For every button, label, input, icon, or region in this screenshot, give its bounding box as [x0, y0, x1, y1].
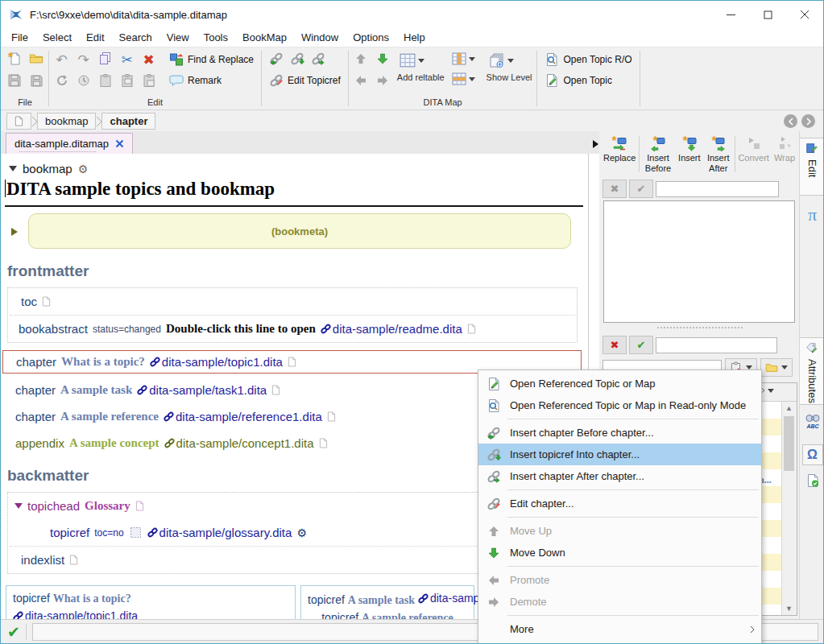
tab-spell-checker[interactable]: ABC — [800, 410, 824, 437]
replace-button[interactable]: Replace — [601, 133, 638, 175]
insert-topicref-after-button[interactable] — [311, 52, 325, 68]
tab-special-characters[interactable]: π — [800, 200, 824, 229]
paste-before-button[interactable] — [120, 73, 135, 91]
menu-item-insert-after[interactable]: Insert chapter After chapter... — [478, 465, 761, 487]
menu-item-demote[interactable]: Demote — [478, 591, 761, 613]
paste-after-button[interactable] — [142, 73, 156, 91]
open-document-button[interactable] — [29, 52, 43, 69]
insert-before-button[interactable]: Insert Before — [640, 133, 676, 175]
nav-back-button[interactable] — [784, 114, 797, 128]
paste-button[interactable] — [98, 73, 113, 91]
new-document-button[interactable] — [7, 52, 22, 69]
element-list-box[interactable] — [603, 200, 795, 323]
save-button[interactable] — [7, 73, 22, 91]
save-as-button[interactable] — [29, 73, 43, 91]
chapter-href[interactable]: dita-sample/task1.dita — [137, 383, 267, 397]
breadcrumb-chapter[interactable]: chapter — [101, 113, 155, 130]
find-replace-button[interactable]: Find & Replace — [165, 50, 258, 69]
scroll-down-icon[interactable]: ▼ — [785, 605, 793, 613]
tab-close-icon[interactable] — [115, 139, 124, 148]
confirm-edit-button[interactable]: ✔ — [629, 180, 653, 198]
wrap-button[interactable]: Wrap — [772, 133, 797, 175]
gear-icon[interactable]: ⚙ — [78, 163, 89, 175]
document-title[interactable]: DITA sample topics and bookmap — [5, 179, 583, 207]
delete-button[interactable]: ✖ — [143, 53, 154, 67]
open-topic-ro-button[interactable]: Open Topic R/O — [540, 50, 636, 69]
close-button[interactable] — [786, 1, 823, 28]
history-button[interactable] — [77, 74, 90, 90]
minimize-button[interactable] — [712, 1, 749, 28]
show-level-button[interactable] — [487, 49, 532, 72]
topicref-href[interactable]: dita-sample/topic1.dita — [13, 609, 138, 619]
scrollbar-thumb[interactable] — [784, 416, 794, 471]
tab-validate[interactable] — [800, 469, 824, 495]
collapse-triangle-icon[interactable] — [14, 503, 23, 509]
cancel-edit-button[interactable]: ✖ — [602, 180, 627, 198]
cut-button[interactable]: ✂ — [121, 53, 132, 67]
menu-item-insert-before[interactable]: Insert chapter Before chapter... — [478, 422, 761, 444]
tab-dita-sample[interactable]: dita-sample.ditamap — [6, 133, 133, 154]
tab-characters-omega[interactable]: Ω — [800, 440, 824, 466]
menu-file[interactable]: File — [4, 29, 35, 46]
menu-bookmap[interactable]: BookMap — [235, 29, 294, 46]
menu-options[interactable]: Options — [346, 29, 396, 46]
panel-collapse-arrow[interactable] — [593, 140, 598, 148]
copy-button[interactable] — [98, 52, 113, 69]
nav-forward-button[interactable] — [801, 114, 815, 128]
element-name-field[interactable] — [656, 181, 779, 197]
insert-row-button[interactable] — [449, 69, 478, 89]
insert-after-button[interactable]: Insert After — [703, 133, 734, 175]
reltable-cell[interactable]: topicref A sample task dita-sample/task1… — [300, 585, 474, 619]
convert-button[interactable]: Convert — [735, 133, 772, 175]
insert-topicref-into-button[interactable] — [290, 52, 304, 68]
menu-window[interactable]: Window — [294, 29, 346, 46]
menu-item-move-down[interactable]: Move Down — [478, 542, 761, 564]
edit-topicref-button[interactable]: Edit Topicref — [265, 71, 345, 90]
insert-button[interactable]: Insert — [676, 133, 703, 175]
toc-row[interactable]: toc — [8, 288, 577, 315]
move-up-button[interactable] — [354, 52, 367, 68]
attribute-delete-button[interactable]: ✖ — [602, 336, 627, 354]
attributes-scrollbar[interactable]: ▲ ▼ — [781, 402, 797, 615]
undo-button[interactable]: ↶ — [56, 53, 67, 67]
demote-button[interactable] — [376, 74, 389, 90]
remark-button[interactable]: Remark — [165, 71, 258, 90]
menu-search[interactable]: Search — [112, 29, 159, 46]
attribute-name-field[interactable] — [656, 337, 777, 353]
gear-icon[interactable]: ⚙ — [296, 527, 307, 539]
bookabstract-href[interactable]: dita-sample/readme.dita — [321, 322, 462, 336]
repeat-button[interactable] — [56, 74, 68, 90]
breadcrumb-bookmap[interactable]: bookmap — [37, 113, 96, 130]
attribute-apply-button[interactable]: ✔ — [629, 336, 653, 354]
chapter-href[interactable]: dita-sample/reference1.dita — [164, 410, 322, 423]
menu-item-promote[interactable]: Promote — [478, 569, 761, 591]
open-topic-button[interactable]: Open Topic — [540, 71, 636, 90]
menu-edit[interactable]: Edit — [79, 29, 111, 46]
menu-item-open-referenced[interactable]: Open Referenced Topic or Map — [478, 373, 761, 394]
bookmeta-collapsed-block[interactable]: (bookmeta) — [28, 213, 571, 249]
menu-item-more[interactable]: More — [478, 618, 761, 640]
grid-handle-icon[interactable] — [130, 527, 141, 538]
bookmap-root-row[interactable]: bookmap ⚙ — [9, 162, 599, 175]
insert-topicref-before-button[interactable] — [269, 52, 284, 68]
panel-splitter-handle[interactable] — [657, 327, 743, 328]
expand-triangle-icon[interactable] — [11, 228, 18, 236]
tab-attributes[interactable]: Attributes — [800, 337, 824, 405]
collapse-triangle-icon[interactable] — [9, 166, 17, 171]
menu-select[interactable]: Select — [35, 29, 79, 46]
menu-tools[interactable]: Tools — [197, 29, 235, 46]
redo-button[interactable]: ↷ — [77, 53, 89, 67]
add-reltable-button[interactable] — [397, 49, 445, 72]
tab-edit[interactable]: Edit — [800, 138, 824, 196]
attribute-file-button[interactable] — [760, 358, 793, 377]
topicref-href[interactable]: dita-sample/glossary.dita — [147, 526, 292, 539]
menu-view[interactable]: View — [159, 29, 197, 46]
scroll-up-icon[interactable]: ▲ — [785, 404, 793, 412]
insert-column-button[interactable] — [449, 49, 478, 68]
menu-item-open-readonly[interactable]: Open Referenced Topic or Map in Read-onl… — [478, 394, 761, 416]
appendix-href[interactable]: dita-sample/concept1.dita — [164, 436, 314, 450]
chapter-href[interactable]: dita-sample/topic1.dita — [150, 355, 283, 369]
move-down-button[interactable] — [376, 52, 389, 68]
breadcrumb-document[interactable] — [6, 113, 31, 130]
menu-item-edit-chapter[interactable]: Edit chapter... — [478, 493, 761, 514]
